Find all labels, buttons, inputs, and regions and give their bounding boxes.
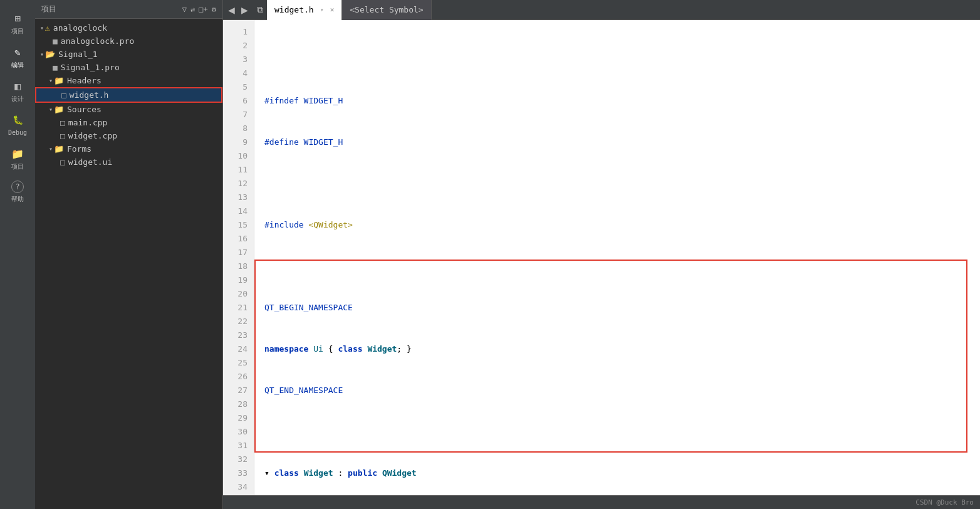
line-num-11: 11 [228,163,248,177]
line-num-33: 33 [228,466,248,480]
tab-symbol-label: <Select Symbol> [350,5,423,14]
code-line-4: #include <QWidget> [264,218,970,232]
line-num-30: 30 [228,425,248,439]
project-panel: 项目 ▽ ⇄ □+ ⚙ ▾ ⚠ analogclock ■ analogcloc… [35,0,223,509]
tree-item-signal1-pro[interactable]: ■ Signal_1.pro [35,61,222,74]
highlight-box [254,260,967,453]
sidebar-item-projects[interactable]: ⊞ 项目 [0,5,35,39]
code-line-10: ▾ class Widget : public QWidget [264,466,970,480]
line-num-24: 24 [228,342,248,356]
line-num-27: 27 [228,384,248,397]
tree-text: Signal_1 [58,50,98,59]
sidebar-project2-label: 项目 [11,163,24,171]
tree-text: Signal_1.pro [61,63,120,72]
h-file-icon: □ [61,90,66,100]
tab-dropdown-icon[interactable]: ▾ [318,6,326,13]
code-line-5 [264,260,970,273]
tree-item-forms[interactable]: ▾ 📁 Forms [35,142,222,155]
editor-area: ◀ ▶ ⧉ widget.h ▾ ✕ <Select Symbol> 1 2 3… [223,0,980,509]
tree-item-widget-h[interactable]: □ widget.h [35,87,222,103]
projects-icon: ⊞ [11,11,24,25]
tree-text: widget.ui [68,157,112,167]
code-line-2: #define WIDGET_H [264,135,970,149]
tree-text: Forms [67,144,91,154]
pro-file-icon2: ■ [53,63,58,72]
tree-item-analogclock-pro[interactable]: ■ analogclock.pro [35,34,222,48]
forward-button[interactable]: ▶ [239,4,251,16]
line-num-7: 7 [228,108,248,122]
sidebar-debug-label: Debug [8,129,27,137]
line-num-9: 9 [228,135,248,149]
sidebar-item-edit[interactable]: ✎ 编辑 [0,39,35,73]
tree-text: main.cpp [68,118,108,127]
collapse-arrow: ▾ [40,24,44,31]
filter-icon[interactable]: ▽ [182,5,187,14]
tree-text: analogclock [53,23,107,33]
tree-text-sources: Sources [67,105,102,114]
design-icon: ◧ [11,79,24,93]
split-button[interactable]: ⧉ [253,3,267,16]
tree-item-signal1[interactable]: ▾ 📂 Signal_1 [35,48,222,61]
project-header-title: 项目 [41,4,56,14]
tree-item-widget-ui[interactable]: □ widget.ui [35,155,222,169]
line-numbers: 1 2 3 4 5 6 7 8 9 10 11 12 13 14 15 16 1… [223,20,254,495]
sidebar-edit-label: 编辑 [11,61,24,69]
tab-select-symbol[interactable]: <Select Symbol> [342,0,431,20]
code-line-1: #ifndef WIDGET_H [264,94,970,108]
line-num-2: 2 [228,39,248,53]
tab-close-icon[interactable]: ✕ [330,6,335,14]
status-bar: CSDN @Duck Bro [223,495,980,509]
collapse-arrow: ▾ [40,51,44,58]
back-button[interactable]: ◀ [226,4,237,16]
sidebar: ⊞ 项目 ✎ 编辑 ◧ 设计 🐛 Debug 📁 项目 ? 帮助 [0,0,35,509]
tree-item-sources[interactable]: ▾ 📁 Sources [35,103,222,116]
line-num-19: 19 [228,273,248,287]
code-content[interactable]: #ifndef WIDGET_H #define WIDGET_H #inclu… [254,20,980,495]
tree-text: analogclock.pro [61,36,134,46]
line-num-18: 18 [228,260,248,273]
line-num-6: 6 [228,94,248,108]
folder-gray-icon: 📁 [54,76,64,85]
sidebar-projects-label: 项目 [11,28,24,35]
new-file-icon[interactable]: □+ [199,5,207,14]
warning-icon: ⚠ [45,23,50,33]
cpp-file-icon: □ [60,118,65,127]
line-num-22: 22 [228,315,248,328]
line-num-16: 16 [228,232,248,246]
tree-item-analogclock[interactable]: ▾ ⚠ analogclock [35,21,222,34]
collapse-arrow-sources: ▾ [49,106,53,113]
line-num-34: 34 [228,480,248,494]
tree-item-main-cpp[interactable]: □ main.cpp [35,116,222,129]
help-icon: ? [11,181,24,193]
debug-icon: 🐛 [11,113,24,127]
line-num-12: 12 [228,177,248,191]
line-num-28: 28 [228,397,248,411]
pro-file-icon: ■ [53,36,58,46]
line-num-8: 8 [228,122,248,135]
line-num-21: 21 [228,301,248,315]
ui-file-icon: □ [60,157,65,167]
tab-widget-h[interactable]: widget.h ▾ ✕ [267,0,342,20]
folder-blue-icon: 📂 [45,50,55,59]
settings-icon[interactable]: ⚙ [212,5,216,14]
tab-label: widget.h [274,5,314,14]
tree-item-widget-cpp[interactable]: □ widget.cpp [35,129,222,142]
line-num-15: 15 [228,218,248,232]
sidebar-item-project2[interactable]: 📁 项目 [0,140,35,174]
sources-folder-icon: 📁 [54,105,64,114]
tree-text: widget.h [70,90,109,100]
status-text: CSDN @Duck Bro [915,498,974,506]
tree-text: widget.cpp [68,131,117,140]
line-num-32: 32 [228,453,248,466]
code-line-6: QT_BEGIN_NAMESPACE [264,301,970,315]
line-num-1: 1 [228,25,248,39]
line-num-17: 17 [228,246,248,260]
sidebar-item-design[interactable]: ◧ 设计 [0,73,35,107]
tree-item-headers[interactable]: ▾ 📁 Headers [35,74,222,87]
line-num-26: 26 [228,370,248,384]
collapse-arrow-forms: ▾ [49,145,53,152]
line-num-25: 25 [228,356,248,370]
sidebar-item-debug[interactable]: 🐛 Debug [0,107,35,140]
sidebar-item-help[interactable]: ? 帮助 [0,174,35,207]
link-icon[interactable]: ⇄ [190,5,195,14]
